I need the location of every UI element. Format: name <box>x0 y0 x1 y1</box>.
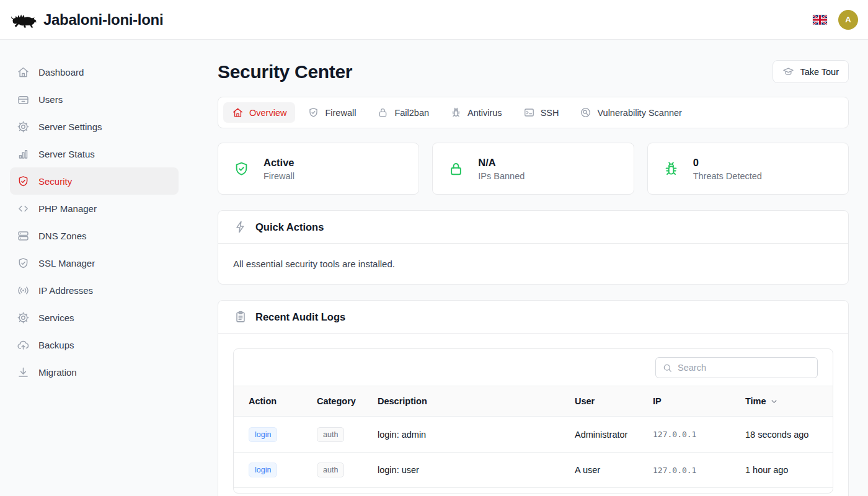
bar-chart-icon <box>17 148 30 161</box>
quick-actions-title: Quick Actions <box>255 221 324 233</box>
shield-check-icon <box>233 161 250 177</box>
sidebar-item-ssl-manager[interactable]: SSL Manager <box>10 249 179 277</box>
tab-antivirus[interactable]: Antivirus <box>441 102 511 123</box>
tab-ssh[interactable]: SSH <box>515 102 568 123</box>
quick-actions-message: All essential security tools are install… <box>233 259 833 269</box>
quick-actions-card: Quick Actions All essential security too… <box>218 210 849 285</box>
status-card-label: IPs Banned <box>478 171 525 181</box>
lock-icon <box>448 161 464 177</box>
audit-log-row: loginauthlogin: userA user127.0.0.11 hou… <box>234 452 833 487</box>
column-header-time[interactable]: Time <box>745 396 818 406</box>
sidebar-item-label: Server Settings <box>38 122 102 132</box>
sidebar-item-server-settings[interactable]: Server Settings <box>10 113 179 140</box>
broadcast-icon <box>17 284 30 297</box>
sidebar-item-migration[interactable]: Migration <box>10 358 179 386</box>
scan-search-icon <box>580 107 591 118</box>
column-header-ip[interactable]: IP <box>653 396 745 406</box>
cell-time: 1 hour ago <box>745 465 818 475</box>
bug-icon <box>663 161 680 177</box>
shield-check-icon <box>308 107 319 118</box>
status-card-value: 0 <box>693 157 762 169</box>
graduation-cap-icon <box>782 66 794 78</box>
sidebar-item-users[interactable]: Users <box>10 86 179 113</box>
tab-label: Firewall <box>325 108 356 118</box>
tab-label: SSH <box>541 108 559 118</box>
download-icon <box>17 366 30 379</box>
cell-description: login: admin <box>378 430 575 440</box>
sidebar-item-dashboard[interactable]: Dashboard <box>10 58 179 86</box>
page-title: Security Center <box>218 61 352 82</box>
audit-logs-card: Recent Audit Logs ActionCategoryDescript… <box>218 300 849 496</box>
sidebar-item-label: SSL Manager <box>38 258 95 268</box>
app-title: Jabaloni-loni-loni <box>43 11 163 29</box>
sidebar-item-label: Backups <box>38 340 74 350</box>
sidebar: DashboardUsersServer SettingsServer Stat… <box>0 40 188 496</box>
category-badge: auth <box>317 463 344 477</box>
audit-table-header: ActionCategoryDescriptionUserIPTime <box>234 386 833 417</box>
status-cards: ActiveFirewallN/AIPs Banned0Threats Dete… <box>218 143 849 195</box>
column-header-action[interactable]: Action <box>249 396 317 406</box>
cell-user: A user <box>575 465 653 475</box>
lock-icon <box>377 107 389 118</box>
sidebar-item-label: Server Status <box>38 149 95 159</box>
sidebar-item-dns-zones[interactable]: DNS Zones <box>10 222 179 249</box>
code-icon <box>17 202 30 215</box>
status-card-ips-banned: N/AIPs Banned <box>432 143 634 195</box>
audit-table: ActionCategoryDescriptionUserIPTime logi… <box>233 348 833 494</box>
user-avatar[interactable]: A <box>838 10 858 30</box>
cloud-upload-icon <box>17 339 30 352</box>
status-card-firewall: ActiveFirewall <box>218 143 419 195</box>
drawer-icon <box>17 93 30 106</box>
gear-icon <box>17 311 30 324</box>
sidebar-item-php-manager[interactable]: PHP Manager <box>10 195 179 222</box>
tab-firewall[interactable]: Firewall <box>299 102 365 123</box>
tab-overview[interactable]: Overview <box>223 102 295 123</box>
gear-icon <box>17 120 30 133</box>
status-card-value: N/A <box>478 157 525 169</box>
server-stack-icon <box>17 229 30 242</box>
audit-search <box>655 357 818 378</box>
sidebar-item-label: Security <box>38 176 72 187</box>
home-icon <box>17 66 30 79</box>
search-input[interactable] <box>678 363 811 373</box>
column-header-user[interactable]: User <box>575 396 653 406</box>
sidebar-item-label: DNS Zones <box>38 231 87 241</box>
tab-label: Vulnerability Scanner <box>597 108 681 118</box>
cell-ip: 127.0.0.1 <box>653 466 745 475</box>
action-badge: login <box>249 427 277 442</box>
app-header: Jabaloni-loni-loni A <box>0 0 868 40</box>
tab-label: Antivirus <box>467 108 502 118</box>
column-header-description[interactable]: Description <box>378 396 575 406</box>
sidebar-item-services[interactable]: Services <box>10 304 179 331</box>
status-card-threats-detected: 0Threats Detected <box>647 143 849 195</box>
sidebar-item-label: IP Addresses <box>38 285 93 296</box>
sidebar-item-server-status[interactable]: Server Status <box>10 140 179 167</box>
boar-logo-icon <box>10 9 38 30</box>
status-card-label: Threats Detected <box>693 171 762 181</box>
search-icon <box>662 363 673 373</box>
cell-user: Administrator <box>575 430 653 440</box>
sidebar-item-label: Dashboard <box>38 67 84 78</box>
zap-icon <box>234 220 247 234</box>
sidebar-item-label: PHP Manager <box>38 203 97 214</box>
sidebar-item-security[interactable]: Security <box>10 167 179 195</box>
cell-ip: 127.0.0.1 <box>653 430 745 439</box>
tab-label: Overview <box>249 108 286 118</box>
status-card-label: Firewall <box>264 171 294 181</box>
home-icon <box>232 107 244 118</box>
take-tour-button[interactable]: Take Tour <box>773 60 849 83</box>
audit-table-next-row-edge <box>234 487 833 493</box>
uk-flag-icon[interactable] <box>813 15 827 25</box>
sidebar-item-ip-addresses[interactable]: IP Addresses <box>10 277 179 304</box>
audit-log-row: loginauthlogin: adminAdministrator127.0.… <box>234 417 833 452</box>
column-header-category[interactable]: Category <box>317 396 378 406</box>
tab-vulnerability-scanner[interactable]: Vulnerability Scanner <box>571 102 690 123</box>
category-badge: auth <box>317 427 344 442</box>
audit-logs-title: Recent Audit Logs <box>255 311 345 323</box>
sidebar-item-backups[interactable]: Backups <box>10 331 179 358</box>
main-content: Security Center Take Tour OverviewFirewa… <box>188 40 868 496</box>
action-badge: login <box>249 463 277 477</box>
tab-fail2ban[interactable]: Fail2ban <box>368 102 438 123</box>
sidebar-item-label: Services <box>38 312 74 323</box>
bug-icon <box>450 107 462 118</box>
